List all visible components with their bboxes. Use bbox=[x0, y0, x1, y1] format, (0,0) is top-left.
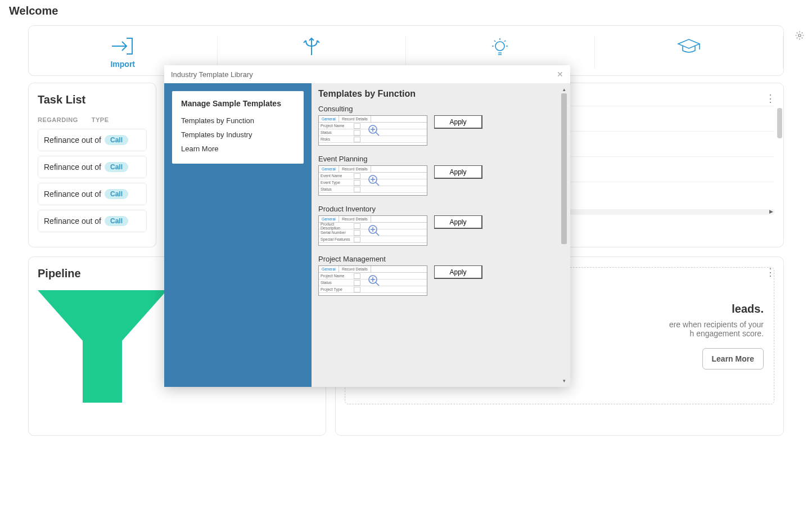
scroll-up-icon[interactable]: ▴ bbox=[561, 87, 567, 92]
template-group: Consulting GeneralRecord Details Project… bbox=[318, 105, 558, 146]
scrollbar-thumb[interactable] bbox=[561, 93, 567, 244]
template-group: Project Management GeneralRecord Details… bbox=[318, 255, 558, 296]
template-name: Consulting bbox=[318, 105, 558, 113]
template-preview[interactable]: GeneralRecord Details Event NameEvent Ty… bbox=[318, 165, 427, 196]
magnify-icon bbox=[367, 124, 381, 138]
modal-main: Templates by Function Consulting General… bbox=[312, 83, 570, 387]
template-name: Project Management bbox=[318, 255, 558, 263]
template-library-modal: Industry Template Library ✕ Manage Sampl… bbox=[164, 65, 570, 387]
modal-main-title: Templates by Function bbox=[318, 89, 558, 99]
modal-nav-card: Manage Sample Templates Templates by Fun… bbox=[172, 91, 304, 164]
modal-nav-item[interactable]: Templates by Function bbox=[181, 114, 295, 128]
magnify-icon bbox=[367, 274, 381, 288]
template-preview[interactable]: GeneralRecord Details Project NameStatus… bbox=[318, 115, 427, 146]
template-preview[interactable]: GeneralRecord Details Project NameStatus… bbox=[318, 265, 427, 296]
close-icon[interactable]: ✕ bbox=[557, 70, 563, 79]
modal-scrollbar[interactable]: ▴ ▾ bbox=[561, 87, 567, 384]
template-preview[interactable]: GeneralRecord Details Product Descriptio… bbox=[318, 215, 427, 246]
template-name: Event Planning bbox=[318, 155, 558, 163]
scroll-down-icon[interactable]: ▾ bbox=[561, 378, 567, 384]
modal-title: Industry Template Library bbox=[171, 70, 253, 79]
apply-button[interactable]: Apply bbox=[434, 265, 482, 279]
modal-sidebar: Manage Sample Templates Templates by Fun… bbox=[164, 83, 312, 387]
modal-nav-title: Manage Sample Templates bbox=[181, 99, 295, 108]
modal-titlebar: Industry Template Library ✕ bbox=[164, 65, 570, 83]
apply-button[interactable]: Apply bbox=[434, 165, 482, 179]
template-group: Product Inventory GeneralRecord Details … bbox=[318, 205, 558, 246]
modal-backdrop: Industry Template Library ✕ Manage Sampl… bbox=[0, 0, 812, 505]
magnify-icon bbox=[367, 174, 381, 188]
apply-button[interactable]: Apply bbox=[434, 115, 482, 129]
modal-nav-item[interactable]: Templates by Industry bbox=[181, 128, 295, 142]
magnify-icon bbox=[367, 224, 381, 238]
template-group: Event Planning GeneralRecord Details Eve… bbox=[318, 155, 558, 196]
modal-nav-item[interactable]: Learn More bbox=[181, 142, 295, 156]
template-name: Product Inventory bbox=[318, 205, 558, 213]
apply-button[interactable]: Apply bbox=[434, 215, 482, 229]
